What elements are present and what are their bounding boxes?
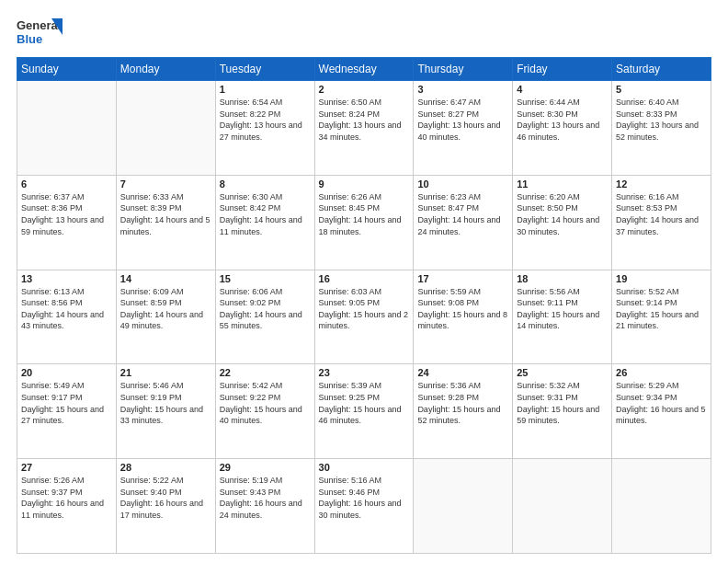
- day-info: Sunrise: 6:06 AMSunset: 9:02 PMDaylight:…: [220, 286, 311, 332]
- logo: GeneralBlue: [17, 17, 63, 48]
- svg-text:Blue: Blue: [17, 32, 42, 46]
- calendar-cell: 13Sunrise: 6:13 AMSunset: 8:56 PMDayligh…: [17, 270, 117, 364]
- day-number: 18: [517, 273, 608, 284]
- day-number: 22: [220, 367, 311, 378]
- day-info: Sunrise: 5:19 AMSunset: 9:43 PMDaylight:…: [220, 475, 311, 521]
- calendar-cell: 9Sunrise: 6:26 AMSunset: 8:45 PMDaylight…: [314, 175, 414, 270]
- day-number: 8: [220, 178, 311, 190]
- day-number: 17: [417, 273, 508, 284]
- calendar-cell: [17, 81, 117, 176]
- calendar-cell: 30Sunrise: 5:16 AMSunset: 9:46 PMDayligh…: [314, 459, 414, 554]
- day-number: 12: [616, 178, 707, 190]
- day-info: Sunrise: 5:39 AMSunset: 9:25 PMDaylight:…: [319, 380, 410, 426]
- day-info: Sunrise: 6:30 AMSunset: 8:42 PMDaylight:…: [220, 191, 311, 237]
- day-info: Sunrise: 6:50 AMSunset: 8:24 PMDaylight:…: [319, 97, 410, 143]
- day-info: Sunrise: 5:49 AMSunset: 9:17 PMDaylight:…: [21, 380, 112, 426]
- calendar-cell: 2Sunrise: 6:50 AMSunset: 8:24 PMDaylight…: [314, 81, 414, 176]
- calendar-cell: 28Sunrise: 5:22 AMSunset: 9:40 PMDayligh…: [116, 459, 215, 554]
- day-number: 10: [417, 178, 508, 190]
- day-info: Sunrise: 6:54 AMSunset: 8:22 PMDaylight:…: [220, 97, 311, 143]
- calendar-cell: 5Sunrise: 6:40 AMSunset: 8:33 PMDaylight…: [612, 81, 711, 176]
- calendar-cell: 12Sunrise: 6:16 AMSunset: 8:53 PMDayligh…: [612, 175, 711, 270]
- day-info: Sunrise: 6:03 AMSunset: 9:05 PMDaylight:…: [319, 286, 410, 332]
- day-info: Sunrise: 5:26 AMSunset: 9:37 PMDaylight:…: [21, 475, 112, 521]
- day-number: 29: [220, 462, 311, 473]
- calendar-cell: 11Sunrise: 6:20 AMSunset: 8:50 PMDayligh…: [513, 175, 612, 270]
- day-number: 26: [616, 367, 707, 378]
- day-number: 21: [120, 367, 211, 378]
- day-number: 1: [220, 84, 311, 95]
- weekday-header: Friday: [513, 58, 612, 81]
- day-info: Sunrise: 6:40 AMSunset: 8:33 PMDaylight:…: [616, 97, 707, 143]
- day-info: Sunrise: 6:37 AMSunset: 8:36 PMDaylight:…: [21, 191, 112, 237]
- day-info: Sunrise: 5:29 AMSunset: 9:34 PMDaylight:…: [616, 380, 707, 426]
- calendar-cell: [513, 459, 612, 554]
- weekday-header: Monday: [116, 58, 215, 81]
- calendar-cell: 21Sunrise: 5:46 AMSunset: 9:19 PMDayligh…: [116, 364, 215, 459]
- calendar-cell: 1Sunrise: 6:54 AMSunset: 8:22 PMDaylight…: [215, 81, 314, 176]
- day-info: Sunrise: 5:52 AMSunset: 9:14 PMDaylight:…: [616, 286, 707, 332]
- day-info: Sunrise: 5:42 AMSunset: 9:22 PMDaylight:…: [220, 380, 311, 426]
- day-number: 13: [21, 273, 112, 284]
- day-number: 14: [120, 273, 211, 284]
- calendar-cell: [612, 459, 711, 554]
- day-number: 16: [319, 273, 410, 284]
- weekday-header: Saturday: [612, 58, 711, 81]
- day-info: Sunrise: 6:47 AMSunset: 8:27 PMDaylight:…: [417, 97, 508, 143]
- header: GeneralBlue: [17, 17, 711, 48]
- day-number: 15: [220, 273, 311, 284]
- day-info: Sunrise: 6:13 AMSunset: 8:56 PMDaylight:…: [21, 286, 112, 332]
- day-info: Sunrise: 5:46 AMSunset: 9:19 PMDaylight:…: [120, 380, 211, 426]
- calendar-cell: [414, 459, 513, 554]
- day-number: 19: [616, 273, 707, 284]
- day-info: Sunrise: 6:20 AMSunset: 8:50 PMDaylight:…: [517, 191, 608, 237]
- day-number: 20: [21, 367, 112, 378]
- day-info: Sunrise: 5:56 AMSunset: 9:11 PMDaylight:…: [517, 286, 608, 332]
- calendar-cell: 19Sunrise: 5:52 AMSunset: 9:14 PMDayligh…: [612, 270, 711, 364]
- calendar-cell: [116, 81, 215, 176]
- day-number: 6: [21, 178, 112, 190]
- calendar-cell: 24Sunrise: 5:36 AMSunset: 9:28 PMDayligh…: [414, 364, 513, 459]
- day-info: Sunrise: 6:23 AMSunset: 8:47 PMDaylight:…: [417, 191, 508, 237]
- calendar-cell: 6Sunrise: 6:37 AMSunset: 8:36 PMDaylight…: [17, 175, 117, 270]
- day-info: Sunrise: 6:26 AMSunset: 8:45 PMDaylight:…: [319, 191, 410, 237]
- day-number: 5: [616, 84, 707, 95]
- day-number: 3: [417, 84, 508, 95]
- weekday-header: Wednesday: [314, 58, 414, 81]
- calendar-cell: 10Sunrise: 6:23 AMSunset: 8:47 PMDayligh…: [414, 175, 513, 270]
- day-number: 30: [319, 462, 410, 473]
- day-info: Sunrise: 5:32 AMSunset: 9:31 PMDaylight:…: [517, 380, 608, 426]
- calendar-cell: 8Sunrise: 6:30 AMSunset: 8:42 PMDaylight…: [215, 175, 314, 270]
- day-number: 24: [417, 367, 508, 378]
- calendar-cell: 4Sunrise: 6:44 AMSunset: 8:30 PMDaylight…: [513, 81, 612, 176]
- day-info: Sunrise: 5:16 AMSunset: 9:46 PMDaylight:…: [319, 475, 410, 521]
- logo-svg: GeneralBlue: [17, 17, 63, 48]
- calendar-cell: 17Sunrise: 5:59 AMSunset: 9:08 PMDayligh…: [414, 270, 513, 364]
- day-number: 4: [517, 84, 608, 95]
- calendar-cell: 25Sunrise: 5:32 AMSunset: 9:31 PMDayligh…: [513, 364, 612, 459]
- day-number: 23: [319, 367, 410, 378]
- day-info: Sunrise: 5:59 AMSunset: 9:08 PMDaylight:…: [417, 286, 508, 332]
- day-info: Sunrise: 6:44 AMSunset: 8:30 PMDaylight:…: [517, 97, 608, 143]
- calendar-cell: 20Sunrise: 5:49 AMSunset: 9:17 PMDayligh…: [17, 364, 117, 459]
- weekday-header: Thursday: [414, 58, 513, 81]
- day-info: Sunrise: 6:16 AMSunset: 8:53 PMDaylight:…: [616, 191, 707, 237]
- day-number: 2: [319, 84, 410, 95]
- day-info: Sunrise: 5:36 AMSunset: 9:28 PMDaylight:…: [417, 380, 508, 426]
- day-info: Sunrise: 5:22 AMSunset: 9:40 PMDaylight:…: [120, 475, 211, 521]
- calendar-cell: 23Sunrise: 5:39 AMSunset: 9:25 PMDayligh…: [314, 364, 414, 459]
- calendar-cell: 15Sunrise: 6:06 AMSunset: 9:02 PMDayligh…: [215, 270, 314, 364]
- day-number: 28: [120, 462, 211, 473]
- day-number: 11: [517, 178, 608, 190]
- day-info: Sunrise: 6:09 AMSunset: 8:59 PMDaylight:…: [120, 286, 211, 332]
- day-info: Sunrise: 6:33 AMSunset: 8:39 PMDaylight:…: [120, 191, 211, 237]
- calendar-cell: 3Sunrise: 6:47 AMSunset: 8:27 PMDaylight…: [414, 81, 513, 176]
- calendar-cell: 29Sunrise: 5:19 AMSunset: 9:43 PMDayligh…: [215, 459, 314, 554]
- day-number: 7: [120, 178, 211, 190]
- calendar-cell: 16Sunrise: 6:03 AMSunset: 9:05 PMDayligh…: [314, 270, 414, 364]
- day-number: 27: [21, 462, 112, 473]
- calendar-cell: 27Sunrise: 5:26 AMSunset: 9:37 PMDayligh…: [17, 459, 117, 554]
- calendar-cell: 26Sunrise: 5:29 AMSunset: 9:34 PMDayligh…: [612, 364, 711, 459]
- day-number: 9: [319, 178, 410, 190]
- day-number: 25: [517, 367, 608, 378]
